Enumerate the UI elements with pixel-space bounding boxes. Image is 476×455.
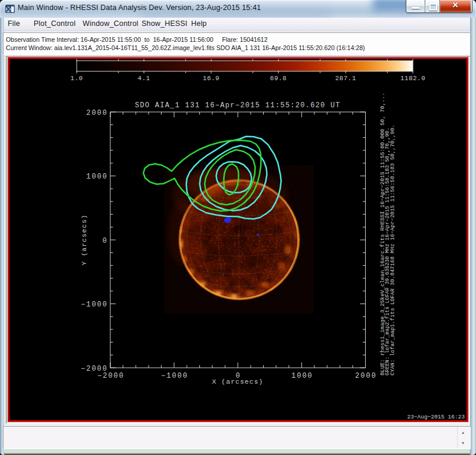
svg-text:0: 0 bbox=[103, 237, 108, 245]
svg-text:16.9: 16.9 bbox=[203, 75, 219, 82]
svg-text:69.8: 69.8 bbox=[270, 75, 287, 82]
svg-text:1000: 1000 bbox=[86, 173, 108, 181]
svg-text:−2000: −2000 bbox=[97, 372, 124, 380]
svg-text:Y (arcsecs): Y (arcsecs) bbox=[80, 215, 88, 266]
svg-text:2000: 2000 bbox=[355, 372, 377, 380]
svg-text:1182.0: 1182.0 bbox=[401, 75, 426, 82]
svg-text:CYAN: lofar_map1.fits LOFAR 30: CYAN: lofar_map1.fits LOFAR 30.847168 MH… bbox=[389, 124, 396, 375]
svg-text:−1000: −1000 bbox=[161, 372, 188, 380]
svg-text:−1000: −1000 bbox=[81, 301, 108, 309]
svg-text:23−Aug−2015 16:23: 23−Aug−2015 16:23 bbox=[407, 414, 465, 420]
svg-text:SDO AIA_1 131 16−Apr−2015 11:5: SDO AIA_1 131 16−Apr−2015 11:55:20.620 U… bbox=[135, 101, 341, 110]
svg-text:1000: 1000 bbox=[291, 372, 313, 380]
svg-text:X (arcsecs): X (arcsecs) bbox=[212, 378, 264, 385]
svg-text:2000: 2000 bbox=[86, 109, 108, 117]
svg-text:1.0: 1.0 bbox=[70, 75, 83, 82]
svg-text:−2000: −2000 bbox=[81, 365, 108, 373]
svg-text:4.1: 4.1 bbox=[137, 75, 150, 82]
svg-text:287.1: 287.1 bbox=[335, 75, 356, 82]
